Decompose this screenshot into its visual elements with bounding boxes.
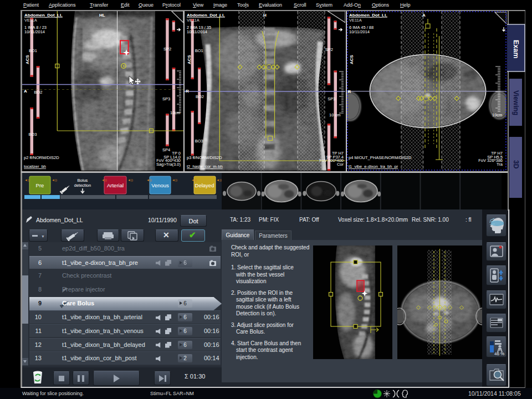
svg-text:VE11A: VE11A (187, 18, 200, 23)
svg-text:10/11/2014: 10/11/2014 (187, 29, 207, 34)
svg-text:46 %: 46 % (494, 351, 504, 356)
svg-text:BO1: BO1 (29, 48, 37, 53)
svg-text:A: A (422, 13, 426, 18)
svg-text:BO2: BO2 (34, 90, 43, 95)
svg-text:Delayed: Delayed (195, 182, 214, 188)
svg-text:10/11/2014: 10/11/2014 (24, 29, 45, 34)
svg-text:localizer_bh: localizer_bh (24, 164, 46, 169)
svg-text:p2 ff/NORM/DIS2D: p2 ff/NORM/DIS2D (24, 155, 59, 160)
svg-text:Abdomen_Dot_LL: Abdomen_Dot_LL (187, 13, 225, 18)
svg-text:10 cm: 10 cm (329, 112, 340, 117)
svg-text:◄)): ◄)) (146, 178, 152, 182)
svg-text:SP3: SP3 (328, 96, 335, 101)
svg-text:◄)): ◄)) (52, 178, 57, 182)
svg-text:BO2: BO2 (196, 94, 204, 99)
svg-text:◄)): ◄)) (191, 178, 197, 182)
svg-text:t2_haste_cor_m-bh: t2_haste_cor_m-bh (187, 164, 223, 169)
svg-text:A: A (24, 89, 27, 94)
svg-text:BO1: BO1 (195, 48, 203, 53)
svg-text:BO3: BO3 (29, 132, 37, 137)
svg-text:3D: 3D (512, 160, 520, 169)
svg-text:H: H (263, 13, 267, 18)
svg-text:ACS: ACS (187, 54, 192, 64)
svg-text:10cm: 10cm (170, 110, 180, 115)
svg-text:10cm: 10cm (492, 112, 502, 117)
svg-text:Bolus: Bolus (78, 178, 88, 183)
svg-text:SP2: SP2 (325, 47, 333, 52)
svg-text:VE11A: VE11A (349, 18, 362, 23)
svg-text:Arterial: Arterial (107, 182, 124, 188)
svg-text:VE11A: VE11A (24, 18, 37, 23)
svg-text:Sag>Tra(3.0): Sag>Tra(3.0) (156, 162, 181, 167)
svg-text:BO3: BO3 (195, 139, 203, 144)
svg-text:ACS: ACS (25, 54, 30, 64)
svg-text:◄)): ◄)) (216, 178, 222, 182)
svg-text:Pre: Pre (36, 182, 44, 188)
svg-text:ACS: ACS (349, 54, 354, 64)
svg-text:SP4: SP4 (162, 147, 170, 152)
svg-text:Exam: Exam (512, 40, 520, 58)
svg-text:◄)): ◄)) (172, 178, 177, 182)
svg-text:Cor: Cor (337, 162, 344, 167)
svg-text:10/11/2014: 10/11/2014 (349, 29, 370, 34)
svg-text:Abdomen_Dot_LL: Abdomen_Dot_LL (24, 13, 63, 18)
svg-text:p4 M/OUT_PHASE/NORM/DIS2D: p4 M/OUT_PHASE/NORM/DIS2D (349, 155, 412, 160)
svg-text:◄)): ◄)) (127, 178, 133, 182)
svg-text:HL: HL (99, 13, 105, 18)
svg-text:Abdomen_Dot_LL: Abdomen_Dot_LL (349, 13, 387, 18)
svg-text:SP2: SP2 (163, 47, 171, 52)
svg-text:R: R (348, 89, 351, 94)
svg-text:p3 ff/NORM/DIS2D: p3 ff/NORM/DIS2D (187, 155, 222, 160)
svg-text:R: R (186, 89, 189, 94)
svg-text:Venous: Venous (151, 182, 169, 188)
svg-text:SP3: SP3 (162, 96, 170, 101)
svg-text:t1_vibe_e-dixon_tra_bh_pr: t1_vibe_e-dixon_tra_bh_pr (349, 164, 398, 169)
svg-text:Viewing: Viewing (512, 90, 520, 115)
svg-text:detection: detection (74, 183, 91, 188)
svg-text:◄)): ◄)) (101, 178, 107, 182)
svg-text:◄)): ◄)) (24, 178, 30, 182)
